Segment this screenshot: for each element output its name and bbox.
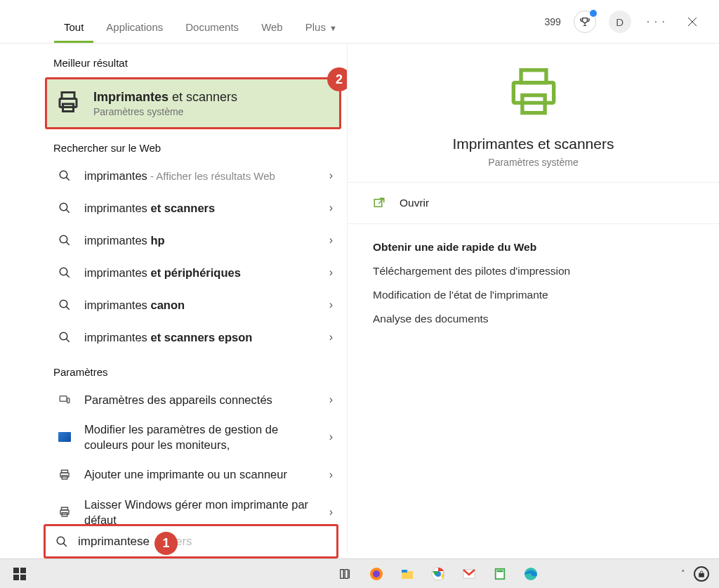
- taskbar-explorer-icon[interactable]: [397, 564, 417, 584]
- search-input[interactable]: imprimantes e 1 nners: [44, 524, 338, 558]
- monitor-icon: [56, 432, 73, 442]
- system-tray: ˄: [681, 566, 713, 582]
- best-result-item[interactable]: Imprimantes et scanners Paramètres systè…: [45, 77, 341, 129]
- preview-title: Imprimantes et scanners: [348, 136, 719, 152]
- svg-rect-10: [67, 398, 70, 403]
- tab-documents[interactable]: Documents: [174, 13, 250, 43]
- tab-tout[interactable]: Tout: [53, 13, 95, 43]
- results-list: Meilleur résultat Imprimantes et scanner…: [44, 44, 347, 554]
- svg-rect-38: [699, 573, 704, 577]
- section-header-settings: Paramètres: [44, 353, 347, 384]
- chevron-right-icon[interactable]: ›: [325, 165, 337, 186]
- svg-point-21: [57, 537, 65, 544]
- taskbar-gmail-icon[interactable]: [459, 564, 479, 584]
- rewards-button[interactable]: [574, 11, 596, 33]
- web-result-6[interactable]: imprimantes et scanners epson ›: [44, 321, 347, 353]
- search-icon: [56, 234, 73, 247]
- chevron-right-icon[interactable]: ›: [325, 230, 337, 251]
- windows-icon: [13, 568, 26, 580]
- tab-applications[interactable]: Applications: [95, 13, 174, 43]
- preview-subtitle: Paramètres système: [348, 157, 719, 168]
- trophy-icon: [579, 16, 591, 27]
- svg-point-8: [60, 332, 67, 340]
- svg-point-5: [60, 235, 67, 243]
- help-link-2[interactable]: Modification de l'état de l'imprimante: [373, 289, 694, 301]
- web-result-2[interactable]: imprimantes et scanners ›: [44, 192, 347, 224]
- close-icon: [687, 17, 697, 27]
- svg-rect-20: [374, 200, 382, 207]
- start-button[interactable]: [6, 560, 34, 588]
- web-result-1[interactable]: imprimantes - Afficher les résultats Web…: [44, 159, 347, 192]
- tray-expand-button[interactable]: ˄: [681, 569, 685, 578]
- search-icon: [56, 299, 73, 311]
- chevron-right-icon[interactable]: ›: [325, 262, 337, 283]
- printer-icon: [348, 63, 719, 126]
- web-result-5[interactable]: imprimantes canon ›: [44, 289, 347, 321]
- svg-point-3: [60, 171, 67, 178]
- svg-point-4: [60, 203, 67, 211]
- taskbar-timeline-icon[interactable]: [336, 564, 355, 584]
- user-avatar[interactable]: D: [609, 11, 631, 33]
- annotation-badge-2: 2: [327, 67, 347, 91]
- svg-rect-22: [13, 568, 19, 573]
- settings-result-3[interactable]: Ajouter une imprimante ou un scanneur ›: [44, 459, 347, 491]
- printer-icon: [56, 469, 73, 481]
- printer-icon: [56, 506, 73, 518]
- open-button[interactable]: Ouvrir: [348, 183, 719, 224]
- svg-rect-17: [521, 70, 546, 83]
- topbar-right: 399 D · · ·: [544, 11, 711, 43]
- search-icon: [56, 266, 73, 279]
- section-header-best: Meilleur résultat: [44, 44, 347, 74]
- taskbar-edge-icon[interactable]: [521, 564, 541, 584]
- svg-rect-36: [497, 570, 503, 572]
- svg-rect-31: [402, 570, 407, 573]
- help-link-3[interactable]: Analyse des documents: [373, 313, 694, 325]
- chevron-down-icon: ▼: [327, 24, 337, 32]
- chevron-right-icon[interactable]: ›: [325, 502, 337, 523]
- search-icon: [56, 202, 73, 214]
- quick-help: Obtenir une aide rapide du Web Télécharg…: [348, 224, 719, 353]
- best-result-text: Imprimantes et scanners Paramètres systè…: [93, 90, 237, 117]
- search-typed-text: imprimantes: [78, 535, 143, 549]
- svg-rect-18: [513, 83, 553, 103]
- taskbar-calc-icon[interactable]: [490, 564, 510, 584]
- chevron-right-icon[interactable]: ›: [325, 464, 337, 485]
- taskbar-apps: [336, 564, 541, 584]
- web-result-4[interactable]: imprimantes et périphériques ›: [44, 256, 347, 289]
- help-link-1[interactable]: Téléchargement des pilotes d'impression: [373, 265, 694, 277]
- printer-icon: [55, 89, 81, 117]
- tray-lock-icon[interactable]: [694, 566, 709, 582]
- tab-plus[interactable]: Plus ▼: [294, 13, 348, 43]
- svg-point-7: [60, 300, 67, 308]
- chevron-right-icon[interactable]: ›: [325, 426, 337, 447]
- search-icon: [55, 535, 68, 548]
- svg-rect-23: [20, 568, 26, 573]
- more-options-button[interactable]: · · ·: [644, 13, 668, 31]
- svg-rect-9: [60, 396, 67, 402]
- svg-rect-26: [341, 569, 344, 578]
- svg-rect-24: [13, 575, 19, 580]
- annotation-badge-1: 1: [154, 532, 178, 555]
- chevron-right-icon[interactable]: ›: [325, 389, 337, 410]
- filter-tabs: Tout Applications Documents Web Plus ▼: [53, 13, 544, 43]
- web-result-3[interactable]: imprimantes hp ›: [44, 224, 347, 256]
- taskbar-chrome-icon[interactable]: [428, 564, 448, 584]
- notification-dot-icon: [590, 10, 597, 17]
- taskbar: ˄: [0, 558, 719, 588]
- chevron-right-icon[interactable]: ›: [325, 197, 337, 218]
- tab-web[interactable]: Web: [250, 13, 294, 43]
- svg-point-6: [60, 268, 67, 275]
- close-button[interactable]: [681, 11, 704, 33]
- search-results-main: Meilleur résultat Imprimantes et scanner…: [44, 44, 719, 554]
- settings-result-2[interactable]: Modifier les paramètres de gestion de co…: [44, 416, 347, 459]
- taskbar-firefox-icon[interactable]: [367, 564, 386, 584]
- search-topbar: Tout Applications Documents Web Plus ▼ 3…: [0, 0, 719, 44]
- svg-point-29: [373, 570, 380, 577]
- chevron-right-icon[interactable]: ›: [325, 294, 337, 315]
- chevron-right-icon[interactable]: ›: [325, 327, 337, 348]
- settings-result-1[interactable]: Paramètres des appareils connectés ›: [44, 384, 347, 416]
- result-preview: Imprimantes et scanners Paramètres systè…: [347, 44, 719, 554]
- search-completion: e: [143, 535, 150, 549]
- help-title: Obtenir une aide rapide du Web: [373, 241, 694, 254]
- rewards-points: 399: [544, 16, 560, 27]
